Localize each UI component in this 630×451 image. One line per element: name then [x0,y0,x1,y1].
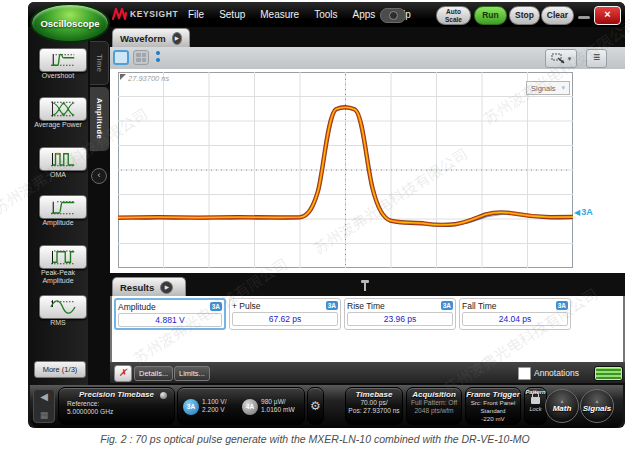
channel-3a-offset: 2.200 V [202,406,227,414]
sidebar-item-label: Amplitude [28,219,88,227]
measurement-cell-amplitude[interactable]: Amplitude 3A 4.881 V [114,298,226,330]
sidebar-item-average-power[interactable] [39,97,87,121]
signals-button-label: Signals [583,404,611,413]
figure-caption: Fig. 2 : 70 ps optical pulse generate wi… [0,433,630,445]
pattern-lock-label: Lock [525,406,546,412]
panel-resize-handle[interactable] [594,366,623,381]
measurement-name: Amplitude [118,302,156,312]
acquisition-pattern: Full Pattern: Off [407,399,461,407]
zoom-dropdown-icon[interactable]: ▾ [568,55,572,63]
waveform-toolbar: ▾ ≡ [110,47,625,70]
measurement-name: Fall Time [462,301,496,311]
oscilloscope-logo[interactable]: Oscilloscope [30,3,110,43]
channels-panel[interactable]: 3A 1.100 V/ 2.200 V 4A 980 µW/ 1.0160 mW [177,387,305,425]
tab-results-label: Results [120,282,154,293]
measurement-value: 24.04 ps [462,312,568,326]
keysight-brand-label: KEYSIGHT [130,9,178,19]
stop-button[interactable]: Stop [509,6,540,25]
math-button-label: Math [553,404,572,413]
quad-layout-button[interactable] [133,50,149,65]
pin-icon[interactable] [361,280,369,291]
menu-setup[interactable]: Setup [219,9,245,20]
frame-trigger-panel[interactable]: Frame Trigger Src: Front Panel Standard … [465,387,521,425]
collapse-sidebar-icon[interactable]: ‹ [91,168,107,184]
run-button[interactable]: Run [474,6,507,25]
source-badge: 3A [556,301,568,310]
amplitude-step-icon [45,198,81,216]
results-tab-play-icon[interactable]: ▶ [160,281,173,294]
sidebar-item-amplitude[interactable] [39,195,87,219]
marker-left-icon: ◀ [574,208,580,217]
main-panel: Waveform ▶ ▾ ≡ [110,27,625,385]
channel-4a-badge[interactable]: 4A [242,399,258,415]
clear-button[interactable]: Clear [541,6,574,25]
waveform-display[interactable]: 27.93700 ns Signals ▾ ◀ 3A [110,69,625,275]
single-layout-button[interactable] [113,50,129,65]
menu-file[interactable]: File [188,9,204,20]
close-button[interactable]: × [594,6,621,25]
keysight-spark-icon [112,7,127,21]
trigger-position-flag: 27.93700 ns [120,74,169,83]
sidebar-item-overshoot[interactable] [39,48,87,72]
precision-timebase-panel[interactable]: Precision Timebase Reference: 5.0000000 … [58,387,175,425]
delete-measurement-button[interactable]: ✗ [114,365,132,382]
measurement-cell-rise-time[interactable]: Rise Time 3A 23.96 ps [344,298,456,330]
source-badge: 3A [326,301,338,310]
tab-time-label: Time [95,54,104,72]
measurement-value: 23.96 ps [347,312,453,326]
chevron-down-icon: ▾ [561,84,565,92]
tab-time[interactable]: Time [90,41,109,85]
trigger-position-label: 27.93700 ns [128,74,169,83]
source-badge: 3A [210,302,222,311]
overshoot-waveform-icon [45,51,81,69]
sidebar-item-rms[interactable] [39,295,87,319]
hamburger-menu-icon[interactable]: ≡ [586,49,607,68]
pattern-lock-panel[interactable]: Pattern Lock [524,387,547,425]
signals-button[interactable]: ▲ Signals [580,389,614,423]
eye-diagram-icon [45,100,81,118]
channel-3a-marker-label: 3A [581,207,593,217]
screen: Oscilloscope KEYSIGHT File Setup Measure… [0,0,630,451]
signals-dropdown[interactable]: Signals ▾ [526,81,570,95]
peak-peak-waveform-icon [45,248,81,266]
sine-wave-icon [45,298,81,316]
menu-measure[interactable]: Measure [260,9,299,20]
precision-timebase-title: Precision Timebase [59,390,174,399]
auto-scale-button[interactable]: Auto Scale [436,6,471,25]
zoom-region-icon [551,53,566,65]
tab-amplitude[interactable]: Amplitude [90,87,109,151]
channel-4a-offset: 1.0160 mW [261,406,295,414]
minimize-button[interactable] [578,16,590,19]
tab-waveform[interactable]: Waveform ▶ [112,28,190,47]
channel-3a-badge[interactable]: 3A [183,399,199,415]
annotations-checkbox[interactable] [518,367,531,380]
measurement-cell-pulse-width[interactable]: + Pulse 3A 67.62 ps [229,298,341,330]
frame-trigger-source: Src: Front Panel [466,399,520,407]
sidebar-item-label: Average Power [28,121,88,129]
sidebar-item-peak-peak-amplitude[interactable] [39,245,87,269]
limits-button[interactable]: Limits... [174,366,210,381]
oscilloscope-window: Oscilloscope KEYSIGHT File Setup Measure… [28,2,625,428]
tab-results[interactable]: Results ▶ [112,277,186,296]
math-button[interactable]: ▲ Math [545,389,579,423]
status-bar: ◀ ▦ Precision Timebase Reference: 5.0000… [30,385,623,428]
menu-tools[interactable]: Tools [314,9,337,20]
menu-apps[interactable]: Apps [353,9,376,20]
grid-icon: ▦ [40,411,49,420]
gear-icon[interactable]: ⚙ [307,387,324,425]
sidebar-item-oma[interactable] [39,147,87,171]
layout-options-icon[interactable] [156,51,160,62]
waveform-tab-play-icon[interactable]: ▶ [172,32,182,45]
timebase-panel[interactable]: Timebase 70.00 ps/ Pos: 27.93700 ns [345,387,403,425]
more-measurements-button[interactable]: More (1/3) [34,361,86,378]
channel-3a-settings: 1.100 V/ 2.200 V [202,398,227,414]
acquisition-panel[interactable]: Acquisition Full Pattern: Off 2048 pts/w… [406,387,462,425]
measurement-cell-fall-time[interactable]: Fall Time 3A 24.04 ps [459,298,571,330]
tab-waveform-label: Waveform [120,33,166,44]
keysight-brand: KEYSIGHT [112,7,178,21]
details-button[interactable]: Details... [134,366,173,381]
statusbar-scroll-left-button[interactable]: ◀ ▦ [33,389,55,423]
channel-3a-marker[interactable]: ◀ 3A [574,207,593,217]
zoom-region-button[interactable]: ▾ [545,49,577,68]
screenshot-camera-icon[interactable] [380,8,406,23]
